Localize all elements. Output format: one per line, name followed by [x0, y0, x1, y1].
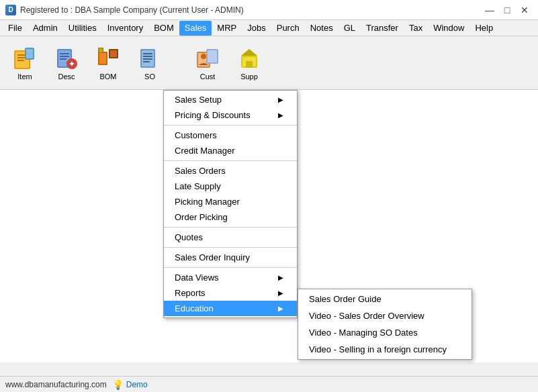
menu-inventory[interactable]: Inventory [102, 21, 148, 36]
title-bar-controls: — □ ✕ [482, 3, 533, 17]
menu-file[interactable]: File [3, 21, 28, 36]
menu-education[interactable]: Education ▶ [164, 301, 297, 316]
separator-4 [164, 247, 297, 248]
svg-rect-26 [143, 61, 150, 62]
menu-data-views[interactable]: Data Views ▶ [164, 270, 297, 285]
sales-dropdown-menu: Sales Setup ▶ Pricing & Discounts ▶ Cust… [163, 90, 298, 318]
menu-picking-manager[interactable]: Picking Manager [164, 194, 297, 209]
education-submenu: Sales Order Guide Video - Sales Order Ov… [298, 289, 472, 360]
cust-label: Cust [200, 72, 216, 81]
maximize-button[interactable]: □ [499, 3, 515, 17]
menu-purch[interactable]: Purch [271, 21, 305, 36]
supp-icon [236, 46, 262, 71]
arrow-icon: ▶ [278, 111, 283, 119]
toolbar-bom-button[interactable]: BOM [89, 40, 128, 86]
cust-icon [195, 46, 220, 71]
toolbar-supp-button[interactable]: Supp [230, 40, 269, 86]
menu-sales-order-inquiry[interactable]: Sales Order Inquiry [164, 250, 297, 265]
status-url: www.dbamanufacturing.com [5, 380, 107, 389]
close-button[interactable]: ✕ [517, 3, 533, 17]
toolbar-item-button[interactable]: Item [5, 40, 44, 86]
svg-rect-14 [71, 62, 73, 66]
supp-label: Supp [240, 72, 258, 81]
app-icon: D [5, 5, 16, 15]
toolbar-cust-button[interactable]: Cust [188, 40, 227, 86]
item-label: Item [17, 72, 32, 81]
status-bar: www.dbamanufacturing.com 💡 Demo [0, 376, 538, 392]
menu-pricing-discounts[interactable]: Pricing & Discounts ▶ [164, 107, 297, 123]
toolbar-desc-button[interactable]: Desc [47, 40, 86, 86]
svg-rect-9 [60, 53, 69, 54]
svg-rect-11 [60, 58, 66, 60]
desc-label: Desc [58, 72, 75, 81]
toolbar: Item Desc [0, 36, 538, 90]
submenu-video-overview[interactable]: Video - Sales Order Overview [298, 307, 472, 324]
menu-utilities[interactable]: Utilities [63, 21, 102, 36]
toolbar-so-button[interactable]: SO [130, 40, 169, 86]
svg-rect-20 [99, 48, 103, 52]
title-bar-left: D Registered to : DBA Sample Company (Cu… [5, 5, 244, 15]
menu-order-picking[interactable]: Order Picking [164, 209, 297, 225]
demo-label: Demo [126, 380, 148, 389]
svg-rect-10 [60, 56, 69, 57]
menu-bar: File Admin Utilities Inventory BOM Sales… [0, 20, 538, 36]
menu-help[interactable]: Help [469, 21, 498, 36]
arrow-icon: ▶ [278, 289, 283, 297]
arrow-icon: ▶ [278, 96, 283, 103]
menu-jobs[interactable]: Jobs [242, 21, 271, 36]
svg-rect-16 [99, 53, 106, 64]
so-icon [137, 46, 163, 71]
svg-rect-34 [246, 61, 253, 68]
main-content: Sales Setup ▶ Pricing & Discounts ▶ Cust… [0, 90, 538, 362]
separator-3 [164, 227, 297, 228]
bom-label: BOM [99, 72, 116, 81]
separator-2 [164, 160, 297, 161]
title-bar-title: Registered to : DBA Sample Company (Curr… [20, 5, 244, 15]
menu-transfer[interactable]: Transfer [361, 21, 404, 36]
separator-1 [164, 125, 297, 126]
svg-rect-31 [208, 50, 217, 62]
menu-credit-manager[interactable]: Credit Manager [164, 143, 297, 158]
item-icon [12, 46, 38, 71]
svg-rect-6 [26, 49, 33, 58]
desc-icon [54, 46, 79, 71]
bulb-icon: 💡 [112, 379, 124, 390]
menu-tax[interactable]: Tax [404, 21, 428, 36]
arrow-icon: ▶ [278, 305, 283, 312]
menu-admin[interactable]: Admin [28, 21, 63, 36]
svg-rect-4 [17, 60, 24, 61]
submenu-video-foreign-currency[interactable]: Video - Selling in a foreign currency [298, 341, 472, 358]
so-label: SO [144, 72, 155, 81]
arrow-icon: ▶ [278, 274, 283, 281]
menu-quotes[interactable]: Quotes [164, 230, 297, 245]
menu-bom[interactable]: BOM [148, 21, 179, 36]
menu-reports[interactable]: Reports ▶ [164, 285, 297, 301]
menu-sales-orders[interactable]: Sales Orders [164, 163, 297, 179]
svg-rect-23 [143, 53, 152, 54]
svg-rect-24 [143, 56, 152, 57]
bom-icon [95, 46, 121, 71]
submenu-video-so-dates[interactable]: Video - Managing SO Dates [298, 324, 472, 341]
menu-mrp[interactable]: MRP [212, 21, 242, 36]
svg-rect-18 [110, 50, 117, 57]
menu-gl[interactable]: GL [339, 21, 361, 36]
status-demo: 💡 Demo [112, 379, 148, 390]
menu-sales[interactable]: Sales [179, 21, 212, 36]
title-bar: D Registered to : DBA Sample Company (Cu… [0, 0, 538, 20]
svg-point-29 [201, 54, 206, 59]
menu-window[interactable]: Window [428, 21, 469, 36]
menu-sales-setup[interactable]: Sales Setup ▶ [164, 92, 297, 107]
submenu-sales-order-guide[interactable]: Sales Order Guide [298, 291, 472, 307]
svg-rect-25 [143, 58, 152, 60]
minimize-button[interactable]: — [482, 3, 498, 17]
menu-notes[interactable]: Notes [305, 21, 339, 36]
menu-late-supply[interactable]: Late Supply [164, 179, 297, 194]
menu-customers[interactable]: Customers [164, 128, 297, 143]
separator-5 [164, 267, 297, 268]
